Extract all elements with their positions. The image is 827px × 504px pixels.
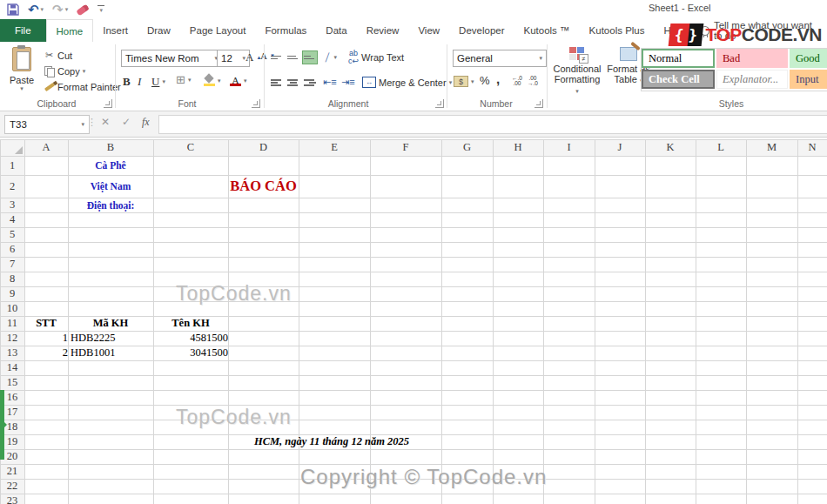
select-all-button[interactable] bbox=[0, 139, 24, 156]
row-header-2[interactable]: 2 bbox=[0, 175, 24, 198]
underline-button[interactable]: U▾ bbox=[151, 75, 165, 89]
font-name-combo[interactable]: Times New Rom▾ bbox=[121, 50, 222, 67]
merge-center-button[interactable]: ↔ Merge & Center ▾ bbox=[362, 77, 452, 88]
insert-function-icon[interactable]: fx bbox=[142, 116, 150, 129]
align-center-button[interactable] bbox=[286, 77, 300, 89]
name-box[interactable]: T33▾ bbox=[4, 115, 90, 134]
italic-button[interactable]: I bbox=[138, 75, 141, 89]
row-header-11[interactable]: 11 bbox=[0, 316, 24, 331]
tab-home[interactable]: Home bbox=[46, 19, 94, 43]
copy-caret-icon[interactable]: ▾ bbox=[83, 68, 86, 75]
column-header-L[interactable]: L bbox=[696, 139, 746, 156]
style-check-cell[interactable]: Check Cell bbox=[642, 70, 715, 89]
style-explanator-[interactable]: Explanator... bbox=[716, 70, 788, 89]
tab-file[interactable]: File bbox=[0, 19, 46, 42]
tab-kutools-plus[interactable]: Kutools Plus bbox=[580, 19, 655, 42]
column-header-G[interactable]: G bbox=[441, 139, 493, 156]
cell-a11-header-stt[interactable]: STT bbox=[24, 316, 68, 331]
grow-font-button[interactable]: A▲ bbox=[245, 50, 261, 64]
cell-date-line[interactable]: HCM, ngày 11 tháng 12 năm 2025 bbox=[245, 434, 419, 449]
column-header-D[interactable]: D bbox=[228, 139, 299, 156]
undo-button[interactable]: ↶▾ bbox=[28, 3, 44, 16]
tab-developer[interactable]: Developer bbox=[449, 19, 514, 42]
row-header-12[interactable]: 12 bbox=[0, 331, 24, 346]
cell-c11-header-tenkh[interactable]: Tên KH bbox=[153, 316, 228, 331]
bold-button[interactable]: B bbox=[123, 75, 131, 89]
cell-b2[interactable]: Việt Nam bbox=[68, 175, 153, 198]
increase-decimal-button[interactable]: ←.0.00 bbox=[512, 76, 522, 86]
accounting-format-button[interactable]: $▾ bbox=[454, 76, 474, 87]
cell-b12[interactable]: HDB2225 bbox=[68, 331, 156, 346]
save-icon[interactable] bbox=[7, 3, 19, 16]
top-align-button[interactable] bbox=[270, 51, 284, 64]
formula-input[interactable] bbox=[158, 115, 827, 134]
column-header-J[interactable]: J bbox=[595, 139, 645, 156]
row-header-3[interactable]: 3 bbox=[0, 198, 24, 212]
tab-draw[interactable]: Draw bbox=[138, 19, 180, 42]
cell-b3[interactable]: Điện thoại: bbox=[68, 198, 153, 212]
middle-align-button[interactable] bbox=[286, 51, 300, 64]
wrap-text-button[interactable]: abc↩ Wrap Text bbox=[348, 50, 404, 65]
spreadsheet-grid[interactable]: Cà Phê Việt Nam BÁO CÁO Điện thoại: STT … bbox=[0, 139, 827, 504]
column-header-C[interactable]: C bbox=[153, 139, 228, 156]
paste-button[interactable]: Paste ▾ bbox=[7, 47, 37, 106]
redo-button[interactable]: ↷▾ bbox=[52, 3, 68, 16]
bottom-align-button[interactable] bbox=[303, 51, 317, 64]
row-header-10[interactable]: 10 bbox=[0, 301, 24, 316]
row-header-21[interactable]: 21 bbox=[0, 464, 24, 479]
alignment-dialog-launcher[interactable] bbox=[435, 99, 444, 108]
side-panel-handle[interactable] bbox=[0, 390, 4, 460]
row-header-4[interactable]: 4 bbox=[0, 212, 24, 227]
align-left-button[interactable] bbox=[270, 77, 284, 89]
column-header-M[interactable]: M bbox=[746, 139, 797, 156]
tab-kutools[interactable]: Kutools ™ bbox=[514, 19, 580, 42]
row-header-1[interactable]: 1 bbox=[0, 156, 24, 175]
column-header-N[interactable]: N bbox=[797, 139, 827, 156]
cell-c13[interactable]: 3041500 bbox=[153, 346, 232, 360]
align-right-button[interactable] bbox=[303, 77, 317, 89]
number-dialog-launcher[interactable] bbox=[535, 99, 543, 108]
row-header-6[interactable]: 6 bbox=[0, 242, 24, 257]
cell-d2-report-title[interactable]: BÁO CÁO bbox=[228, 175, 299, 198]
paste-caret-icon[interactable]: ▾ bbox=[20, 85, 24, 92]
tab-page-layout[interactable]: Page Layout bbox=[180, 19, 256, 42]
row-header-8[interactable]: 8 bbox=[0, 272, 24, 286]
column-header-K[interactable]: K bbox=[645, 139, 696, 156]
style-input[interactable]: Input bbox=[790, 70, 827, 89]
column-header-H[interactable]: H bbox=[493, 139, 543, 156]
comma-style-button[interactable]: , bbox=[496, 71, 500, 86]
cell-a12[interactable]: 1 bbox=[24, 331, 71, 346]
cell-a13[interactable]: 2 bbox=[24, 346, 71, 360]
style-normal[interactable]: Normal bbox=[642, 49, 715, 68]
clipboard-dialog-launcher[interactable] bbox=[104, 99, 112, 108]
style-bad[interactable]: Bad bbox=[716, 49, 788, 68]
cut-button[interactable]: ✂ Cut bbox=[44, 50, 72, 61]
customize-qat-button[interactable]: ▾ bbox=[97, 5, 104, 15]
format-painter-button[interactable]: Format Painter bbox=[44, 81, 121, 92]
fill-color-button[interactable]: ▾ bbox=[204, 75, 221, 86]
decrease-indent-button[interactable]: ⇤≡ bbox=[323, 77, 337, 88]
orientation-button[interactable]: ⟋▾ bbox=[324, 51, 337, 64]
tab-review[interactable]: Review bbox=[357, 19, 409, 42]
conditional-formatting-button[interactable]: ≠ ConditionalFormatting ▾ bbox=[552, 47, 602, 95]
percent-style-button[interactable]: % bbox=[480, 74, 490, 87]
row-header-9[interactable]: 9 bbox=[0, 286, 24, 301]
enter-icon[interactable]: ✓ bbox=[122, 116, 131, 128]
undo-caret-icon[interactable]: ▾ bbox=[41, 6, 44, 13]
row-header-7[interactable]: 7 bbox=[0, 257, 24, 272]
column-header-I[interactable]: I bbox=[543, 139, 595, 156]
row-header-5[interactable]: 5 bbox=[0, 227, 24, 242]
cell-c12[interactable]: 4581500 bbox=[153, 331, 232, 346]
cell-b13[interactable]: HDB1001 bbox=[68, 346, 156, 360]
column-header-E[interactable]: E bbox=[299, 139, 370, 156]
cancel-icon[interactable]: ✕ bbox=[101, 116, 110, 128]
tab-data[interactable]: Data bbox=[316, 19, 356, 42]
row-header-15[interactable]: 15 bbox=[0, 375, 24, 390]
merge-caret-icon[interactable]: ▾ bbox=[449, 79, 453, 86]
underline-caret-icon[interactable]: ▾ bbox=[162, 78, 165, 85]
font-dialog-launcher[interactable] bbox=[252, 99, 260, 108]
number-format-combo[interactable]: General▾ bbox=[453, 50, 547, 67]
cell-b11-header-makh[interactable]: Mã KH bbox=[68, 316, 153, 331]
row-header-13[interactable]: 13 bbox=[0, 346, 24, 360]
font-color-button[interactable]: A▾ bbox=[230, 75, 247, 86]
